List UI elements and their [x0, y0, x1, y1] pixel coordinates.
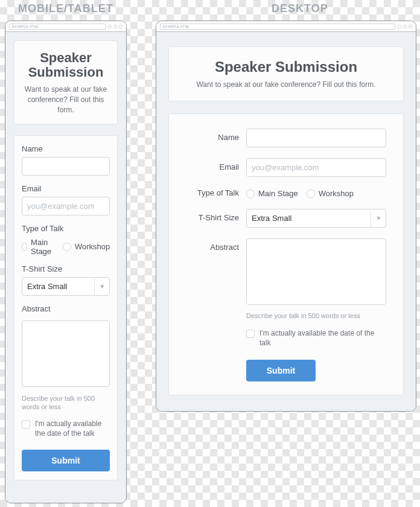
abstract-label: Abstract [22, 304, 110, 313]
radio-main-stage[interactable]: Main Stage [22, 238, 54, 256]
window-dot-icon [119, 25, 122, 28]
header-panel: Speaker Submission Want to speak at our … [168, 46, 404, 101]
email-input[interactable] [22, 197, 110, 215]
tshirt-label: T-Shirt Size [22, 264, 110, 273]
name-label: Name [22, 144, 110, 153]
page-title: Speaker Submission [193, 59, 379, 75]
email-field: Email [186, 158, 386, 177]
radio-icon [22, 243, 27, 251]
tshirt-label: T-Shirt Size [186, 209, 239, 222]
radio-label: Main Stage [258, 189, 298, 198]
chevron-down-icon: ▼ [94, 277, 110, 296]
radio-label: Main Stage [31, 238, 54, 256]
abstract-textarea[interactable] [22, 320, 110, 387]
tshirt-select[interactable] [246, 209, 386, 228]
tshirt-field: T-Shirt Size ▼ [186, 209, 386, 228]
address-bar[interactable]: EXAMPLE.HTML [9, 24, 106, 30]
radio-label: Workshop [75, 242, 110, 251]
available-checkbox[interactable]: I'm actually available the date of the t… [22, 419, 110, 438]
checkbox-icon [22, 420, 30, 429]
window-controls [398, 25, 412, 28]
checkbox-icon [246, 330, 255, 338]
email-label: Email [186, 158, 239, 171]
page-subtitle: Want to speak at our fake conference? Fi… [193, 80, 379, 90]
window-dot-icon [403, 25, 407, 28]
tshirt-field: T-Shirt Size ▼ [22, 264, 110, 296]
abstract-hint: Describe your talk in 500 words or less [22, 394, 110, 412]
browser-chrome: EXAMPLE.HTML [5, 21, 126, 32]
name-input[interactable] [22, 157, 110, 176]
talk-type-field: Type of Talk Main Stage Workshop [186, 188, 386, 198]
abstract-textarea[interactable] [246, 238, 386, 305]
name-label: Name [186, 129, 239, 142]
column-label-mobile: MOBILE/TABLET [18, 2, 113, 15]
form-panel: Name Email Type of Talk Main Stage [168, 113, 404, 395]
mobile-viewport: Speaker Submission Want to speak at our … [5, 32, 126, 503]
window-dot-icon [108, 25, 112, 28]
available-label: I'm actually available the date of the t… [259, 329, 386, 348]
window-dot-icon [398, 25, 401, 28]
header-panel: Speaker Submission Want to speak at our … [14, 40, 118, 124]
radio-label: Workshop [319, 189, 354, 198]
abstract-label: Abstract [186, 238, 239, 252]
chevron-down-icon: ▼ [371, 209, 386, 228]
talk-type-label: Type of Talk [186, 188, 239, 197]
available-checkbox[interactable]: I'm actually available the date of the t… [246, 329, 386, 348]
window-dot-icon [409, 25, 412, 28]
window-controls [108, 25, 122, 28]
name-field: Name [186, 129, 386, 147]
desktop-browser-frame: EXAMPLE.HTML Speaker Submission Want to … [156, 21, 416, 412]
radio-icon [63, 243, 71, 251]
submit-button[interactable]: Submit [246, 360, 316, 381]
page-subtitle: Want to speak at our fake conference? Fi… [21, 84, 111, 115]
radio-icon [307, 190, 315, 198]
address-bar[interactable]: EXAMPLE.HTML [160, 24, 395, 30]
desktop-viewport: Speaker Submission Want to speak at our … [156, 32, 416, 411]
name-input[interactable] [246, 129, 386, 147]
email-label: Email [22, 184, 110, 193]
mobile-browser-frame: EXAMPLE.HTML Speaker Submission Want to … [5, 21, 127, 503]
available-label: I'm actually available the date of the t… [35, 419, 110, 438]
page-title: Speaker Submission [21, 51, 111, 80]
form-panel: Name Email Type of Talk Main Stage [14, 135, 118, 480]
abstract-field: Abstract Describe your talk in 500 words… [22, 304, 110, 412]
radio-icon [246, 190, 255, 198]
talk-type-field: Type of Talk Main Stage Workshop [22, 224, 110, 256]
radio-workshop[interactable]: Workshop [307, 189, 354, 198]
window-dot-icon [113, 25, 117, 28]
talk-type-label: Type of Talk [22, 224, 110, 233]
abstract-hint: Describe your talk in 500 words or less [246, 312, 386, 319]
browser-chrome: EXAMPLE.HTML [156, 21, 416, 32]
abstract-field: Abstract [186, 238, 386, 307]
email-field: Email [22, 184, 110, 215]
name-field: Name [22, 144, 110, 176]
email-input[interactable] [246, 158, 386, 177]
submit-button[interactable]: Submit [22, 450, 110, 471]
column-label-desktop: DESKTOP [272, 2, 328, 15]
radio-workshop[interactable]: Workshop [63, 242, 110, 251]
radio-main-stage[interactable]: Main Stage [246, 189, 298, 198]
